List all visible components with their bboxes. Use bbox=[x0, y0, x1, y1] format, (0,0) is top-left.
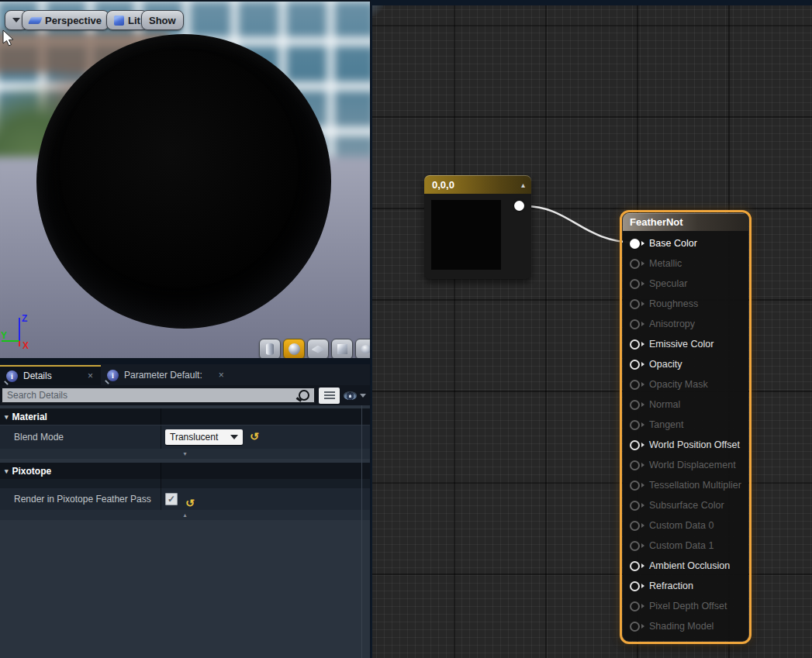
details-tab[interactable]: i Details × bbox=[0, 365, 101, 385]
perspective-icon bbox=[28, 17, 43, 24]
pin-circle-icon[interactable] bbox=[630, 521, 640, 531]
preview-shape-button[interactable] bbox=[283, 339, 305, 358]
material-input-pin-row[interactable]: Refraction bbox=[623, 576, 748, 596]
reset-to-default-icon[interactable]: ↺ bbox=[185, 498, 195, 508]
pin-circle-icon[interactable] bbox=[630, 259, 640, 269]
pin-circle-icon[interactable] bbox=[630, 622, 640, 632]
collapse-arrow-icon[interactable]: ▴ bbox=[521, 181, 525, 189]
pin-circle-icon[interactable] bbox=[630, 360, 640, 370]
pin-circle-icon[interactable] bbox=[630, 239, 640, 249]
material-output-node-header[interactable]: FeatherNot bbox=[623, 213, 748, 231]
material-input-pin-row[interactable]: Anisotropy bbox=[623, 314, 748, 334]
section-header-material[interactable]: ▾ Material bbox=[0, 408, 370, 425]
pin-circle-icon[interactable] bbox=[630, 541, 640, 551]
pin-circle-icon[interactable] bbox=[630, 420, 640, 430]
details-tabbar: i Details × i Parameter Default: × bbox=[0, 364, 370, 385]
material-input-pin-row[interactable]: Opacity Mask bbox=[623, 374, 748, 394]
perspective-button[interactable]: Perspective bbox=[22, 10, 109, 30]
preview-shape-button[interactable] bbox=[331, 339, 353, 358]
feather-pass-label: Render in Pixotope Feather Pass bbox=[14, 494, 151, 505]
pin-circle-icon[interactable] bbox=[630, 400, 640, 410]
show-button[interactable]: Show bbox=[141, 10, 184, 30]
material-input-pin-row[interactable]: Custom Data 1 bbox=[623, 536, 748, 556]
material-input-pin-row[interactable]: Metallic bbox=[623, 253, 748, 274]
pin-arrow-icon bbox=[641, 584, 644, 588]
pin-label: Custom Data 1 bbox=[649, 540, 714, 551]
preview-shape-button[interactable] bbox=[355, 339, 370, 358]
preview-shape-button[interactable] bbox=[259, 339, 281, 358]
blend-mode-row: Blend Mode Translucent ↺ bbox=[0, 425, 370, 449]
constant-node-header[interactable]: 0,0,0 ▴ bbox=[424, 175, 531, 194]
axis-gizmo: Z Y X bbox=[0, 308, 47, 355]
chevron-down-icon bbox=[230, 435, 238, 439]
material-input-pin-row[interactable]: Ambient Occlusion bbox=[623, 556, 748, 576]
details-tab[interactable]: i Parameter Default: × bbox=[101, 365, 232, 385]
chevron-down-icon bbox=[12, 18, 20, 22]
preview-shape-button[interactable] bbox=[307, 339, 329, 358]
grid-icon bbox=[324, 391, 335, 401]
material-input-pin-row[interactable]: Normal bbox=[623, 394, 748, 415]
details-scrollbar-track[interactable] bbox=[361, 405, 362, 658]
pin-circle-icon[interactable] bbox=[630, 460, 640, 470]
material-input-pin-row[interactable]: Custom Data 0 bbox=[623, 515, 748, 536]
section-header-pixotope[interactable]: ▾ Pixotope bbox=[0, 463, 370, 479]
shape-icon bbox=[266, 343, 274, 355]
material-input-pin-row[interactable]: World Position Offset bbox=[623, 435, 748, 455]
material-input-pin-row[interactable]: Pixel Depth Offset bbox=[623, 596, 748, 616]
pin-label: Shading Model bbox=[649, 621, 714, 632]
material-input-pin-row[interactable]: World Displacement bbox=[623, 455, 748, 475]
pixotope-advanced-expander[interactable]: ▴ bbox=[0, 510, 370, 520]
section-expand-icon: ▾ bbox=[5, 413, 9, 421]
pin-circle-icon[interactable] bbox=[630, 380, 640, 390]
material-graph-panel: 0,0,0 ▴ FeatherNot bbox=[371, 0, 812, 658]
details-panel: ▾ Material Blend Mode Translucent ↺ ▾ ▾ … bbox=[0, 405, 370, 658]
tab-close-icon[interactable]: × bbox=[208, 370, 224, 381]
material-input-pin-row[interactable]: Emissive Color bbox=[623, 334, 748, 354]
material-input-pin-row[interactable]: Opacity bbox=[623, 354, 748, 374]
graph-canvas[interactable]: 0,0,0 ▴ FeatherNot bbox=[372, 5, 812, 658]
pin-circle-icon[interactable] bbox=[630, 481, 640, 491]
constant-node-title: 0,0,0 bbox=[432, 179, 454, 191]
pin-arrow-icon bbox=[641, 382, 644, 387]
details-search-row bbox=[0, 385, 370, 405]
pin-circle-icon[interactable] bbox=[630, 501, 640, 511]
material-section-title: Material bbox=[12, 412, 47, 422]
material-input-pin-row[interactable]: Specular bbox=[623, 274, 748, 294]
pin-circle-icon[interactable] bbox=[630, 601, 640, 611]
pin-circle-icon[interactable] bbox=[630, 319, 640, 329]
material-input-pin-row[interactable]: Shading Model bbox=[623, 616, 748, 636]
pin-label: Refraction bbox=[649, 580, 693, 591]
show-label: Show bbox=[149, 15, 176, 26]
preview-viewport[interactable]: Perspective Lit Show Z Y X bbox=[0, 2, 370, 358]
material-preview-sphere bbox=[36, 34, 331, 329]
reset-to-default-icon[interactable]: ↺ bbox=[250, 431, 259, 442]
pin-circle-icon[interactable] bbox=[630, 561, 640, 571]
constant-node-preview bbox=[431, 200, 501, 270]
material-input-pin-row[interactable]: Base Color bbox=[623, 233, 748, 253]
pin-circle-icon[interactable] bbox=[630, 299, 640, 309]
blend-mode-dropdown[interactable]: Translucent bbox=[165, 429, 243, 445]
material-output-node-selected[interactable]: FeatherNot Base Color bbox=[620, 210, 752, 644]
material-input-pin-row[interactable]: Tangent bbox=[623, 415, 748, 435]
pin-circle-icon[interactable] bbox=[630, 440, 640, 450]
constant-output-pin[interactable] bbox=[514, 201, 524, 211]
material-input-pin-row[interactable]: Tessellation Multiplier bbox=[623, 475, 748, 495]
material-input-pin-row[interactable]: Roughness bbox=[623, 294, 748, 314]
pin-circle-icon[interactable] bbox=[630, 279, 640, 289]
pin-arrow-icon bbox=[641, 342, 644, 346]
material-advanced-expander[interactable]: ▾ bbox=[0, 449, 370, 459]
tab-label: Parameter Default: bbox=[124, 370, 202, 381]
pin-circle-icon[interactable] bbox=[630, 581, 640, 591]
search-input[interactable] bbox=[2, 388, 315, 403]
constant-color-node[interactable]: 0,0,0 ▴ bbox=[424, 175, 531, 279]
feather-pass-checkbox[interactable]: ✓ bbox=[165, 493, 178, 505]
material-output-pins: Base Color Metallic bbox=[623, 231, 748, 636]
view-options-button[interactable] bbox=[344, 388, 367, 403]
preview-shape-toolbar bbox=[259, 339, 370, 358]
pin-arrow-icon bbox=[641, 503, 644, 508]
tab-close-icon[interactable]: × bbox=[77, 370, 93, 381]
material-input-pin-row[interactable]: Subsurface Color bbox=[623, 495, 748, 515]
pin-circle-icon[interactable] bbox=[630, 339, 640, 350]
property-matrix-button[interactable] bbox=[319, 388, 340, 404]
material-output-node-body: FeatherNot Base Color bbox=[623, 213, 748, 641]
